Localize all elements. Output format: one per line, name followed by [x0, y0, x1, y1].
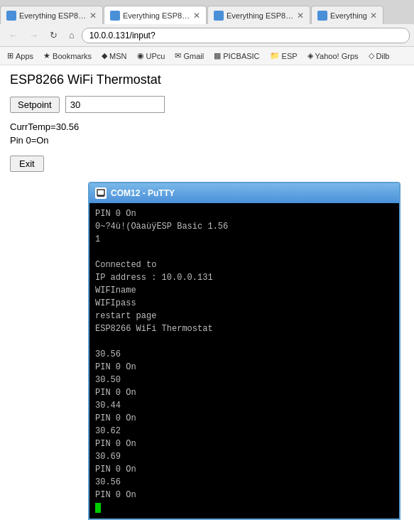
home-button[interactable]: ⌂ [65, 28, 79, 43]
putty-line-18: PIN 0 On [95, 438, 393, 450]
bookmark-picbasic[interactable]: ▦ PICBASIC [211, 50, 262, 61]
tab-favicon-1 [6, 11, 16, 21]
esp-icon: 📁 [270, 51, 280, 60]
pin-status-display: Pin 0=On [10, 135, 404, 146]
putty-line-20: PIN 0 On [95, 463, 393, 476]
browser-tab-2[interactable]: Everything ESP8266 - ✕ [104, 6, 207, 24]
forward-button[interactable]: → [25, 28, 43, 43]
setpoint-input[interactable] [65, 96, 165, 113]
putty-line-15: 30.44 [95, 399, 393, 412]
bookmark-yahoo[interactable]: ◈ Yahoo! Grps [305, 50, 361, 61]
putty-cursor-line [95, 501, 393, 514]
bookmark-bookmarks-label: Bookmarks [53, 52, 92, 60]
putty-line-8: restart page [95, 310, 393, 322]
tab-close-4[interactable]: ✕ [370, 11, 377, 21]
nav-bar: ← → ↻ ⌂ [0, 24, 414, 47]
bookmark-gmail-label: Gmail [183, 52, 204, 60]
tab-close-1[interactable]: ✕ [89, 11, 97, 21]
browser-tab-3[interactable]: Everything ESP8266 - ✕ [207, 6, 310, 24]
tab-label-1: Everything ESP8266 - [19, 11, 87, 20]
putty-line-13: 30.50 [95, 374, 393, 386]
exit-button[interactable]: Exit [10, 156, 44, 172]
bookmark-apps[interactable]: ⊞ Apps [4, 50, 36, 61]
putty-line-12: PIN 0 On [95, 361, 393, 374]
bookmarks-icon: ★ [43, 51, 50, 60]
putty-window: COM12 - PuTTY PIN 0 On 0~?4ù!(OàaùÿESP B… [88, 182, 401, 520]
address-bar[interactable] [82, 28, 410, 43]
putty-line-9: ESP8266 WiFi Thermostat [95, 322, 393, 335]
putty-line-0: PIN 0 On [95, 207, 393, 220]
bookmark-bookmarks[interactable]: ★ Bookmarks [40, 50, 94, 61]
putty-line-6: WIFIname [95, 284, 393, 297]
tab-close-2[interactable]: ✕ [193, 11, 200, 21]
setpoint-row: Setpoint [10, 96, 404, 113]
msn-icon: ◆ [102, 51, 107, 60]
putty-line-16: PIN 0 On [95, 412, 393, 425]
back-button[interactable]: ← [4, 28, 22, 43]
putty-cursor [95, 503, 101, 513]
bookmark-apps-label: Apps [16, 52, 33, 60]
putty-line-1: 0~?4ù!(OàaùÿESP Basic 1.56 [95, 220, 393, 233]
tab-favicon-4 [317, 11, 327, 21]
picbasic-icon: ▦ [214, 51, 221, 60]
bookmark-gmail[interactable]: ✉ Gmail [172, 50, 207, 61]
apps-icon: ⊞ [7, 51, 13, 60]
putty-line-17: 30.62 [95, 425, 393, 438]
upcu-icon: ◉ [137, 51, 144, 60]
page-content: ESP8266 WiFi Thermostat Setpoint CurrTem… [0, 65, 414, 527]
curr-temp-display: CurrTemp=30.56 [10, 121, 404, 132]
bookmark-yahoo-label: Yahoo! Grps [315, 52, 359, 60]
bookmark-dilb-label: Dilb [376, 52, 390, 60]
bookmark-upcu-label: UPcu [146, 52, 165, 60]
page-title: ESP8266 WiFi Thermostat [10, 72, 404, 87]
browser-tabs: Everything ESP8266 - ✕ Everything ESP826… [0, 0, 414, 24]
bookmark-picbasic-label: PICBASIC [223, 52, 259, 60]
browser-tab-4[interactable]: Everything ✕ [311, 6, 383, 24]
putty-line-2: 1 [95, 233, 393, 246]
tab-favicon-2 [110, 11, 120, 21]
putty-line-19: 30.69 [95, 450, 393, 463]
bookmark-upcu[interactable]: ◉ UPcu [134, 50, 168, 61]
tab-close-3[interactable]: ✕ [297, 11, 304, 21]
putty-line-4: Connected to [95, 259, 393, 271]
bookmarks-bar: ⊞ Apps ★ Bookmarks ◆ MSN ◉ UPcu ✉ Gmail … [0, 47, 414, 65]
putty-line-10 [95, 335, 393, 348]
putty-line-3 [95, 246, 393, 259]
putty-line-22: PIN 0 On [95, 489, 393, 501]
svg-rect-0 [97, 190, 104, 195]
putty-line-5: IP address : 10.0.0.131 [95, 271, 393, 284]
putty-line-11: 30.56 [95, 348, 393, 361]
gmail-icon: ✉ [175, 51, 181, 60]
tab-label-4: Everything [330, 11, 367, 20]
yahoo-icon: ◈ [307, 51, 313, 60]
tab-label-3: Everything ESP8266 - [227, 11, 294, 20]
bookmark-msn-label: MSN [109, 52, 126, 60]
bookmark-msn[interactable]: ◆ MSN [99, 50, 129, 61]
putty-title: COM12 - PuTTY [111, 188, 175, 198]
browser-tab-1[interactable]: Everything ESP8266 - ✕ [0, 6, 103, 24]
bookmark-esp-label: ESP [282, 52, 298, 60]
putty-line-7: WIFIpass [95, 297, 393, 310]
bookmark-dilb[interactable]: ◇ Dilb [366, 50, 393, 61]
dilb-icon: ◇ [369, 51, 374, 60]
putty-line-21: 30.56 [95, 476, 393, 489]
putty-window-icon [95, 188, 107, 199]
tab-favicon-3 [214, 11, 224, 21]
tab-label-2: Everything ESP8266 - [123, 11, 190, 20]
svg-rect-1 [97, 195, 104, 197]
bookmark-esp[interactable]: 📁 ESP [267, 50, 300, 61]
reload-button[interactable]: ↻ [45, 28, 62, 43]
putty-line-14: PIN 0 On [95, 386, 393, 399]
setpoint-button[interactable]: Setpoint [10, 97, 60, 113]
putty-titlebar: COM12 - PuTTY [89, 183, 399, 203]
putty-terminal[interactable]: PIN 0 On 0~?4ù!(OàaùÿESP Basic 1.56 1 Co… [89, 203, 399, 519]
